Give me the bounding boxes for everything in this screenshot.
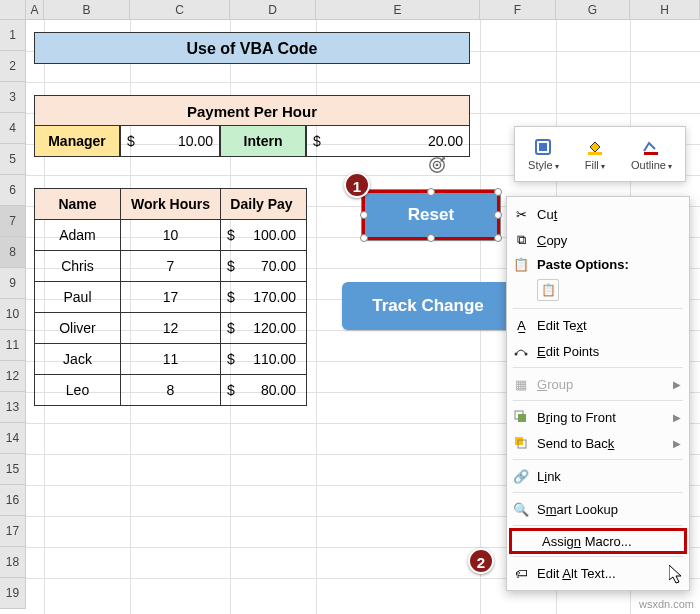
row-10[interactable]: 10 <box>0 299 26 330</box>
table-row[interactable]: Paul17$170.00 <box>35 282 307 313</box>
copy-icon: ⧉ <box>513 232 529 248</box>
row-4[interactable]: 4 <box>0 113 26 144</box>
fill-icon <box>585 137 605 157</box>
row-14[interactable]: 14 <box>0 423 26 454</box>
intern-label: Intern <box>220 126 306 157</box>
table-row[interactable]: Adam10$100.00 <box>35 220 307 251</box>
ctx-send-back[interactable]: Send to Back▶ <box>507 430 689 456</box>
svg-rect-9 <box>518 414 526 422</box>
svg-point-8 <box>525 353 528 356</box>
row-19[interactable]: 19 <box>0 578 26 609</box>
ctx-paste-options-label: 📋Paste Options: <box>507 253 689 275</box>
svg-rect-5 <box>588 152 602 155</box>
ctx-link[interactable]: 🔗Link <box>507 463 689 489</box>
col-D[interactable]: D <box>230 0 316 19</box>
ctx-cut[interactable]: ✂Cut <box>507 201 689 227</box>
callout-badge-2: 2 <box>468 548 494 574</box>
smart-lookup-icon: 🔍 <box>513 501 529 517</box>
th-name: Name <box>35 189 121 220</box>
intern-value[interactable]: $20.00 <box>306 126 470 157</box>
col-E[interactable]: E <box>316 0 480 19</box>
reset-button[interactable]: Reset <box>362 190 500 240</box>
cut-icon: ✂ <box>513 206 529 222</box>
resize-handle[interactable] <box>427 234 435 242</box>
th-hours: Work Hours <box>121 189 221 220</box>
svg-rect-4 <box>539 143 547 151</box>
separator <box>513 308 683 309</box>
row-18[interactable]: 18 <box>0 547 26 578</box>
ctx-copy[interactable]: ⧉Copy <box>507 227 689 253</box>
row-11[interactable]: 11 <box>0 330 26 361</box>
fill-dropdown[interactable]: Fill▾ <box>585 137 605 171</box>
row-17[interactable]: 17 <box>0 516 26 547</box>
currency-symbol: $ <box>127 126 135 157</box>
row-1[interactable]: 1 <box>0 20 26 51</box>
row-8[interactable]: 8 <box>0 237 26 268</box>
col-A[interactable]: A <box>26 0 44 19</box>
row-7[interactable]: 7 <box>0 206 26 237</box>
track-change-button[interactable]: Track Change <box>342 282 514 330</box>
column-headers: A B C D E F G H <box>0 0 700 20</box>
table-row[interactable]: Jack11$110.00 <box>35 344 307 375</box>
ctx-edit-text[interactable]: A̲Edit Text <box>507 312 689 338</box>
link-icon: 🔗 <box>513 468 529 484</box>
ctx-paste-row: 📋 <box>507 275 689 305</box>
ctx-alt-text[interactable]: 🏷Edit Alt Text... <box>507 560 689 586</box>
outline-icon <box>641 137 661 157</box>
row-6[interactable]: 6 <box>0 175 26 206</box>
ctx-bring-front[interactable]: Bring to Front▶ <box>507 404 689 430</box>
style-dropdown[interactable]: Style▾ <box>528 137 558 171</box>
spreadsheet-grid: A B C D E F G H 1 2 3 4 5 6 7 8 9 10 11 … <box>0 0 700 20</box>
separator <box>513 367 683 368</box>
context-menu: ✂Cut ⧉Copy 📋Paste Options: 📋 A̲Edit Text… <box>506 196 690 591</box>
resize-handle[interactable] <box>494 188 502 196</box>
callout-badge-1: 1 <box>344 172 370 198</box>
style-icon <box>533 137 553 157</box>
resize-handle[interactable] <box>427 188 435 196</box>
col-F[interactable]: F <box>480 0 556 19</box>
manager-label: Manager <box>34 126 120 157</box>
table-row[interactable]: Oliver12$120.00 <box>35 313 307 344</box>
corner-cell[interactable] <box>0 0 26 19</box>
row-16[interactable]: 16 <box>0 485 26 516</box>
group-icon: ▦ <box>513 376 529 392</box>
send-back-icon <box>513 435 529 451</box>
cursor-icon <box>669 565 685 585</box>
separator <box>513 459 683 460</box>
row-5[interactable]: 5 <box>0 144 26 175</box>
resize-handle[interactable] <box>494 234 502 242</box>
row-15[interactable]: 15 <box>0 454 26 485</box>
svg-point-2 <box>436 164 439 167</box>
resize-handle[interactable] <box>494 211 502 219</box>
resize-handle[interactable] <box>360 211 368 219</box>
submenu-arrow-icon: ▶ <box>673 379 681 390</box>
col-H[interactable]: H <box>630 0 700 19</box>
clipboard-icon: 📋 <box>541 283 556 297</box>
col-C[interactable]: C <box>130 0 230 19</box>
table-row[interactable]: Chris7$70.00 <box>35 251 307 282</box>
row-3[interactable]: 3 <box>0 82 26 113</box>
section-header: Payment Per Hour <box>34 95 470 126</box>
track-label: Track Change <box>372 296 484 316</box>
col-G[interactable]: G <box>556 0 630 19</box>
row-9[interactable]: 9 <box>0 268 26 299</box>
ctx-edit-points[interactable]: Edit Points <box>507 338 689 364</box>
ctx-smart-lookup[interactable]: 🔍Smart Lookup <box>507 496 689 522</box>
manager-value[interactable]: $10.00 <box>120 126 220 157</box>
row-12[interactable]: 12 <box>0 361 26 392</box>
row-2[interactable]: 2 <box>0 51 26 82</box>
submenu-arrow-icon: ▶ <box>673 412 681 423</box>
goal-seek-icon[interactable] <box>428 156 446 174</box>
reset-label: Reset <box>408 205 454 225</box>
paste-option-button[interactable]: 📋 <box>537 279 559 301</box>
ctx-assign-macro[interactable]: Assign Macro... <box>509 528 687 554</box>
row-13[interactable]: 13 <box>0 392 26 423</box>
resize-handle[interactable] <box>360 234 368 242</box>
svg-point-7 <box>515 353 518 356</box>
bring-front-icon <box>513 409 529 425</box>
outline-dropdown[interactable]: Outline▾ <box>631 137 672 171</box>
separator <box>513 400 683 401</box>
col-B[interactable]: B <box>44 0 130 19</box>
table-row[interactable]: Leo8$80.00 <box>35 375 307 406</box>
intern-pay-value: 20.00 <box>428 133 463 149</box>
